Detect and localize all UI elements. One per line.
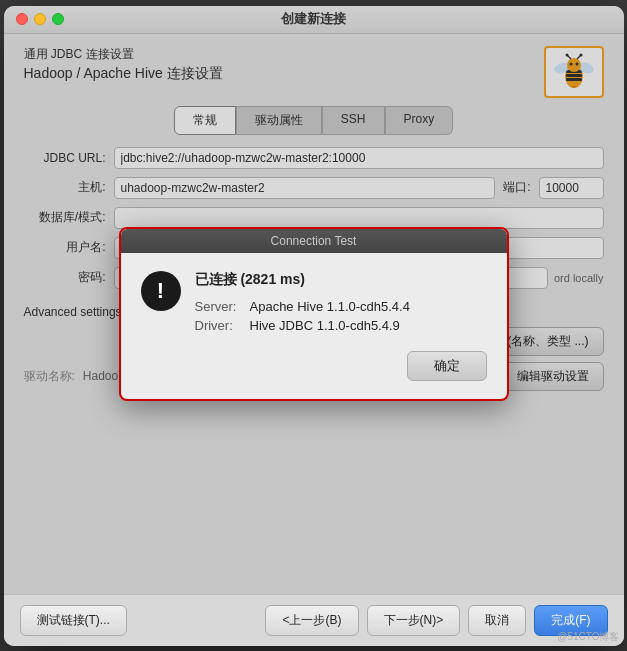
main-content: 通用 JDBC 连接设置 Hadoop / Apache Hive 连接设置 [4, 34, 624, 594]
minimize-button[interactable] [34, 13, 46, 25]
driver-row: Driver: Hive JDBC 1.1.0-cdh5.4.9 [195, 318, 487, 333]
cancel-button[interactable]: 取消 [468, 605, 526, 636]
dialog-title-bar: Connection Test [121, 229, 507, 253]
watermark: @51CTO博客 [557, 630, 619, 644]
main-window: 创建新连接 通用 JDBC 连接设置 Hadoop / Apache Hive … [4, 6, 624, 646]
driver-label: Driver: [195, 318, 250, 333]
test-connection-button[interactable]: 测试链接(T)... [20, 605, 127, 636]
dialog-main-row: ! 已连接 (2821 ms) Server: Apache Hive 1.1.… [141, 271, 487, 337]
maximize-button[interactable] [52, 13, 64, 25]
ok-button[interactable]: 确定 [407, 351, 487, 381]
next-button[interactable]: 下一步(N)> [367, 605, 461, 636]
bottom-bar: 测试链接(T)... <上一步(B) 下一步(N)> 取消 完成(F) [4, 594, 624, 646]
close-button[interactable] [16, 13, 28, 25]
title-bar: 创建新连接 [4, 6, 624, 34]
dialog-footer: 确定 [141, 351, 487, 385]
connected-text: 已连接 (2821 ms) [195, 271, 487, 289]
window-title: 创建新连接 [281, 10, 346, 28]
traffic-lights [16, 13, 64, 25]
dialog-title: Connection Test [271, 234, 357, 248]
server-row: Server: Apache Hive 1.1.0-cdh5.4.4 [195, 299, 487, 314]
server-label: Server: [195, 299, 250, 314]
dialog-info-icon: ! [141, 271, 181, 311]
driver-value: Hive JDBC 1.1.0-cdh5.4.9 [250, 318, 400, 333]
dialog-content: 已连接 (2821 ms) Server: Apache Hive 1.1.0-… [195, 271, 487, 337]
server-value: Apache Hive 1.1.0-cdh5.4.4 [250, 299, 410, 314]
connection-test-dialog: Connection Test ! 已连接 (2821 ms) Server: … [119, 227, 509, 401]
back-button[interactable]: <上一步(B) [265, 605, 358, 636]
dialog-overlay: Connection Test ! 已连接 (2821 ms) Server: … [4, 34, 624, 594]
dialog-body: ! 已连接 (2821 ms) Server: Apache Hive 1.1.… [121, 253, 507, 399]
